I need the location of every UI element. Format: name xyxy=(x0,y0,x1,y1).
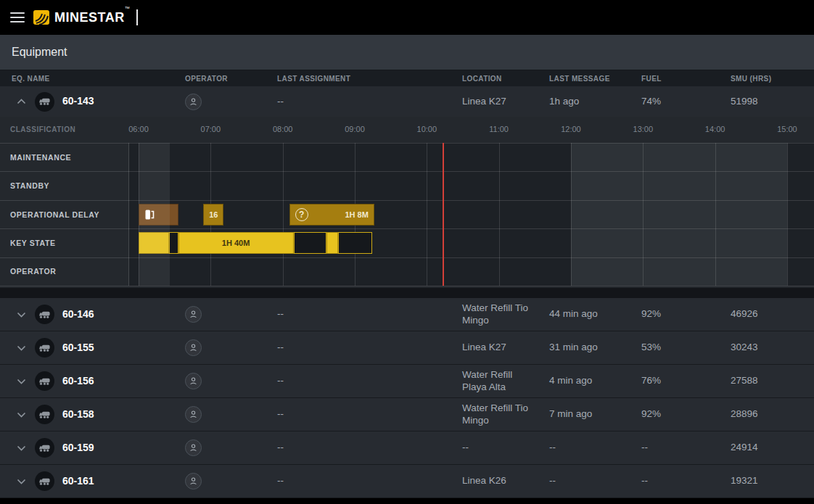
last-assignment-value: -- xyxy=(277,308,462,321)
equipment-name: 60-146 xyxy=(62,308,94,321)
smu-value: 46926 xyxy=(731,308,814,321)
chevron-down-icon[interactable] xyxy=(12,379,30,384)
operator-icon[interactable] xyxy=(185,439,202,456)
grid-left-edge xyxy=(128,143,129,286)
last-message-value: -- xyxy=(549,475,641,487)
equipment-name: 60-158 xyxy=(62,408,94,421)
section-divider xyxy=(0,288,814,298)
location-value: Water Refill Tio Mingo xyxy=(462,302,549,327)
bar-duration-label: 1H 40M xyxy=(222,239,250,247)
equipment-name: 60-155 xyxy=(62,342,94,355)
classification-label-standby: STANDBY xyxy=(10,181,49,190)
brand-divider xyxy=(136,9,138,25)
chevron-down-icon[interactable] xyxy=(12,412,30,418)
hour-gridline-11:00 xyxy=(499,143,500,286)
menu-icon[interactable] xyxy=(10,12,25,22)
row-gridline xyxy=(0,171,814,172)
fuel-value: 92% xyxy=(641,308,731,321)
chevron-down-icon[interactable] xyxy=(12,345,30,351)
bottom-bar xyxy=(0,498,814,504)
operator-icon[interactable] xyxy=(185,473,202,489)
top-app-bar: MINESTAR™ xyxy=(0,0,814,35)
equipment-row-60-156[interactable]: 60-156 -- Water Refill Playa Alta 4 min … xyxy=(0,365,814,398)
classification-label-operator: OPERATOR xyxy=(10,267,56,276)
brand-name: MINESTAR™ xyxy=(54,10,130,25)
smu-value: 28896 xyxy=(731,408,814,421)
operator-icon[interactable] xyxy=(185,339,202,356)
location-value: Water Refill Tio Mingo xyxy=(462,402,549,427)
page-title: Equipment xyxy=(12,46,67,59)
chevron-down-icon[interactable] xyxy=(12,312,30,318)
col-header-location[interactable]: LOCATION xyxy=(462,75,549,83)
operator-icon[interactable] xyxy=(185,94,202,110)
hour-gridline-08:00 xyxy=(283,143,284,286)
truck-icon xyxy=(35,471,54,491)
gantt-bar-hollow[interactable] xyxy=(169,232,178,254)
gantt-bar-hollow[interactable] xyxy=(338,232,372,254)
current-time-marker xyxy=(443,143,444,286)
gantt-bar-gold-16[interactable]: 16 xyxy=(203,204,223,226)
chevron-down-icon[interactable] xyxy=(12,479,30,484)
last-message-value: 4 min ago xyxy=(549,375,641,387)
classification-header: CLASSIFICATION xyxy=(10,125,75,133)
minestar-logo: MINESTAR™ xyxy=(33,9,138,25)
equipment-row-60-158[interactable]: 60-158 -- Water Refill Tio Mingo 7 min a… xyxy=(0,398,814,431)
table-header-row: EQ. NAME OPERATOR LAST ASSIGNMENT LOCATI… xyxy=(0,70,814,86)
bar-duration-label: 16 xyxy=(209,210,218,219)
last-message-value: 7 min ago xyxy=(549,408,641,421)
last-assignment-value: -- xyxy=(277,475,462,487)
axis-tick-14:00: 14:00 xyxy=(705,125,725,133)
col-header-smu[interactable]: SMU (HRS) xyxy=(731,75,814,83)
axis-tick-07:00: 07:00 xyxy=(201,125,221,133)
equipment-name: 60-161 xyxy=(62,475,94,488)
axis-tick-06:00: 06:00 xyxy=(128,125,149,133)
last-message-value: -- xyxy=(549,442,641,454)
truck-icon xyxy=(35,338,54,358)
row-gridline xyxy=(0,257,814,258)
fuel-value: 76% xyxy=(641,375,731,387)
gantt-bar-gold-1H8M[interactable]: ?1H 8M xyxy=(289,204,374,226)
operator-icon[interactable] xyxy=(185,306,202,323)
equipment-row-60-146[interactable]: 60-146 -- Water Refill Tio Mingo 44 min … xyxy=(0,298,814,331)
chevron-up-icon[interactable] xyxy=(12,99,30,104)
row-gridline xyxy=(0,143,814,144)
last-assignment-value: -- xyxy=(277,96,462,108)
col-header-fuel[interactable]: FUEL xyxy=(641,75,731,83)
row-gridline xyxy=(0,286,814,286)
axis-tick-08:00: 08:00 xyxy=(273,125,293,133)
col-header-last-assignment[interactable]: LAST ASSIGNMENT xyxy=(277,75,462,83)
gantt-bar-solid-1H40M[interactable]: 1H 40M xyxy=(178,232,294,254)
gantt-bar-hollow[interactable] xyxy=(294,232,327,254)
gantt-bar-solid[interactable] xyxy=(326,232,338,254)
equipment-row-60-143[interactable]: 60-143 -- Linea K27 1h ago 74% 51998 xyxy=(0,86,814,117)
location-value: Linea K27 xyxy=(462,342,549,354)
col-header-operator[interactable]: OPERATOR xyxy=(185,75,277,83)
col-header-eq-name[interactable]: EQ. NAME xyxy=(12,75,185,83)
equipment-row-60-159[interactable]: 60-159 -- -- -- -- 24914 xyxy=(0,431,814,465)
row-gridline xyxy=(0,228,814,229)
hour-gridline-15:00 xyxy=(787,143,788,286)
smu-value: 30243 xyxy=(731,342,814,354)
classification-label-key-state: KEY STATE xyxy=(10,239,56,247)
truck-icon xyxy=(35,438,54,458)
fuel-value: -- xyxy=(641,442,731,454)
selected-time-highlight xyxy=(139,143,170,286)
location-value: Linea K27 xyxy=(462,96,549,108)
hour-gridline-10:00 xyxy=(427,143,427,286)
equipment-row-60-155[interactable]: 60-155 -- Linea K27 31 min ago 53% 30243 xyxy=(0,331,814,365)
truck-icon xyxy=(35,92,54,112)
operator-icon[interactable] xyxy=(185,373,202,389)
last-message-value: 1h ago xyxy=(549,96,641,108)
operator-icon[interactable] xyxy=(185,406,202,423)
location-value: -- xyxy=(462,442,549,454)
hour-gridline-12:00 xyxy=(571,143,572,286)
axis-tick-15:00: 15:00 xyxy=(777,125,797,133)
chevron-down-icon[interactable] xyxy=(12,445,30,451)
smu-value: 24914 xyxy=(731,442,814,454)
last-assignment-value: -- xyxy=(277,342,462,354)
equipment-row-60-161[interactable]: 60-161 -- Linea K26 -- -- 19321 xyxy=(0,465,814,498)
page-header: Equipment xyxy=(0,35,814,70)
col-header-last-message[interactable]: LAST MESSAGE xyxy=(549,75,641,83)
truck-icon xyxy=(35,305,54,324)
classification-label-operational-delay: OPERATIONAL DELAY xyxy=(10,210,99,219)
